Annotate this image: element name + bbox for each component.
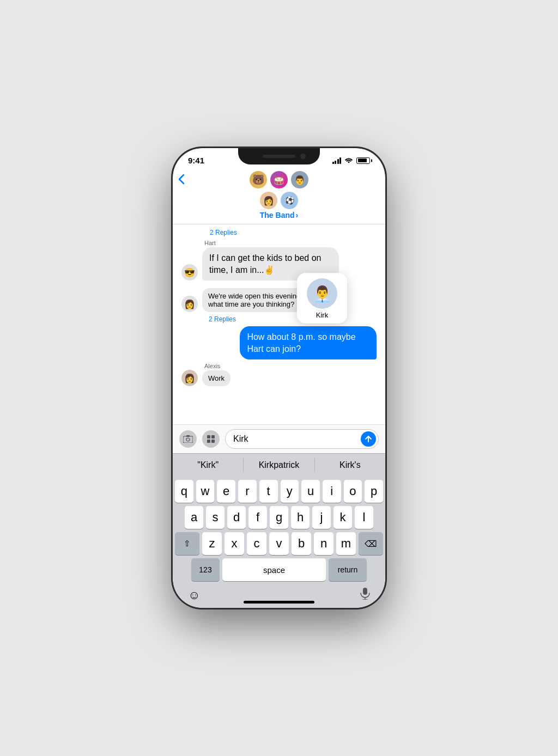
- svg-rect-7: [363, 588, 367, 595]
- autocomplete-bar: "Kirk" Kirkpatrick Kirk's: [173, 453, 385, 477]
- key-s[interactable]: s: [206, 506, 225, 529]
- mic-button[interactable]: [360, 588, 370, 602]
- key-n[interactable]: n: [314, 532, 333, 555]
- key-l[interactable]: l: [355, 506, 373, 529]
- key-c[interactable]: c: [247, 532, 266, 555]
- signal-icon: [332, 157, 342, 164]
- svg-rect-3: [207, 435, 210, 438]
- mention-popup[interactable]: 👨‍💼 Kirk: [297, 273, 347, 324]
- message-row-2: 👩 We're wide open this evening, what tim…: [181, 288, 377, 312]
- sender-avatar-hart: 😎: [181, 264, 198, 281]
- message-row-alexis: 👩 Alexis Work: [181, 363, 377, 386]
- return-key[interactable]: return: [329, 558, 367, 581]
- battery-icon: [356, 157, 370, 164]
- sender-avatar-2: 👩: [181, 296, 198, 312]
- message-input-wrap: Kirk: [225, 429, 379, 449]
- status-icons: [332, 156, 371, 164]
- space-key[interactable]: space: [222, 558, 326, 581]
- key-b[interactable]: b: [292, 532, 311, 555]
- front-camera: [300, 154, 306, 159]
- group-avatar-2: 🥁: [270, 170, 288, 189]
- replies-link-1[interactable]: 2 Replies: [210, 229, 377, 236]
- svg-rect-4: [211, 435, 215, 438]
- svg-point-1: [186, 438, 190, 441]
- group-avatar-row2: 👩 ⚽: [259, 191, 299, 210]
- key-f[interactable]: f: [248, 506, 267, 529]
- phone-device: 9:41: [173, 148, 385, 608]
- key-t[interactable]: t: [259, 480, 278, 503]
- key-h[interactable]: h: [291, 506, 310, 529]
- group-name[interactable]: The Band ›: [260, 211, 298, 220]
- screen-content: 9:41: [173, 148, 385, 608]
- svg-rect-0: [183, 436, 193, 443]
- mention-avatar: 👨‍💼: [307, 278, 337, 309]
- key-y[interactable]: y: [281, 480, 299, 503]
- autocomplete-item-0[interactable]: "Kirk": [173, 458, 244, 472]
- sender-name-alexis: Alexis: [204, 363, 231, 369]
- key-w[interactable]: w: [196, 480, 215, 503]
- autocomplete-item-2[interactable]: Kirk's: [315, 458, 385, 472]
- delete-key[interactable]: ⌫: [359, 532, 383, 555]
- group-avatar-row1: 🐻 🥁 👨: [249, 170, 309, 189]
- send-button[interactable]: [361, 431, 376, 447]
- mention-name: Kirk: [316, 311, 328, 319]
- home-indicator: [244, 601, 314, 603]
- group-avatar-4: 👩: [259, 191, 278, 210]
- bottom-bar: ☺: [173, 584, 385, 608]
- key-i[interactable]: i: [323, 480, 341, 503]
- group-avatar-3: 👨: [290, 170, 309, 189]
- replies-link-2[interactable]: 2 Replies: [209, 315, 377, 323]
- phone-screen: 9:41: [173, 148, 385, 608]
- key-e[interactable]: e: [217, 480, 235, 503]
- messages-area[interactable]: 2 Replies 😎 Hart If I can get the kids t…: [173, 224, 385, 424]
- key-a[interactable]: a: [185, 506, 203, 529]
- key-o[interactable]: o: [344, 480, 362, 503]
- status-time: 9:41: [188, 156, 204, 165]
- sender-avatar-alexis: 👩: [181, 370, 198, 386]
- app-button[interactable]: [202, 430, 220, 448]
- input-toolbar: Kirk: [173, 424, 385, 453]
- keyboard-row-3: ⇧ z x c v b n m ⌫: [175, 532, 383, 555]
- message-bubble-outgoing: How about 8 p.m. so maybe Hart can join?: [240, 326, 377, 359]
- wifi-icon: [344, 156, 353, 164]
- shift-key[interactable]: ⇧: [175, 532, 199, 555]
- group-avatar-1: 🐻: [249, 170, 268, 189]
- group-avatar-5: ⚽: [280, 191, 299, 210]
- svg-rect-5: [207, 440, 210, 443]
- key-k[interactable]: k: [333, 506, 352, 529]
- svg-rect-2: [186, 435, 190, 437]
- message-input-text: Kirk: [233, 434, 248, 444]
- message-row-outgoing: How about 8 p.m. so maybe Hart can join?: [181, 326, 377, 359]
- keyboard-row-4: 123 space return: [175, 558, 383, 581]
- key-p[interactable]: p: [365, 480, 383, 503]
- message-bubble-alexis: Work: [202, 370, 231, 386]
- numbers-key[interactable]: 123: [191, 558, 220, 581]
- chat-header: 🐻 🥁 👨 👩 ⚽: [173, 168, 385, 224]
- keyboard-row-2: a s d f g h j k l: [175, 506, 383, 529]
- key-x[interactable]: x: [225, 532, 244, 555]
- sender-name-hart: Hart: [204, 240, 339, 246]
- key-v[interactable]: v: [269, 532, 289, 555]
- svg-rect-6: [211, 440, 215, 443]
- key-j[interactable]: j: [312, 506, 331, 529]
- emoji-button[interactable]: ☺: [188, 588, 200, 602]
- key-r[interactable]: r: [238, 480, 257, 503]
- keyboard-row-1: q w e r t y u i o p: [175, 480, 383, 503]
- message-content-alexis: Alexis Work: [202, 363, 231, 386]
- message-row: 😎 Hart If I can get the kids to bed on t…: [181, 240, 377, 281]
- key-g[interactable]: g: [270, 506, 288, 529]
- speaker: [263, 155, 295, 158]
- autocomplete-item-1[interactable]: Kirkpatrick: [244, 458, 314, 472]
- key-u[interactable]: u: [301, 480, 320, 503]
- message-content-outgoing: How about 8 p.m. so maybe Hart can join?: [240, 326, 377, 359]
- keyboard: q w e r t y u i o p a s d f g: [173, 477, 385, 584]
- key-m[interactable]: m: [336, 532, 356, 555]
- camera-button[interactable]: [179, 430, 197, 448]
- key-z[interactable]: z: [202, 532, 222, 555]
- key-d[interactable]: d: [227, 506, 246, 529]
- key-q[interactable]: q: [175, 480, 193, 503]
- back-button[interactable]: [178, 174, 185, 185]
- notch: [238, 148, 320, 164]
